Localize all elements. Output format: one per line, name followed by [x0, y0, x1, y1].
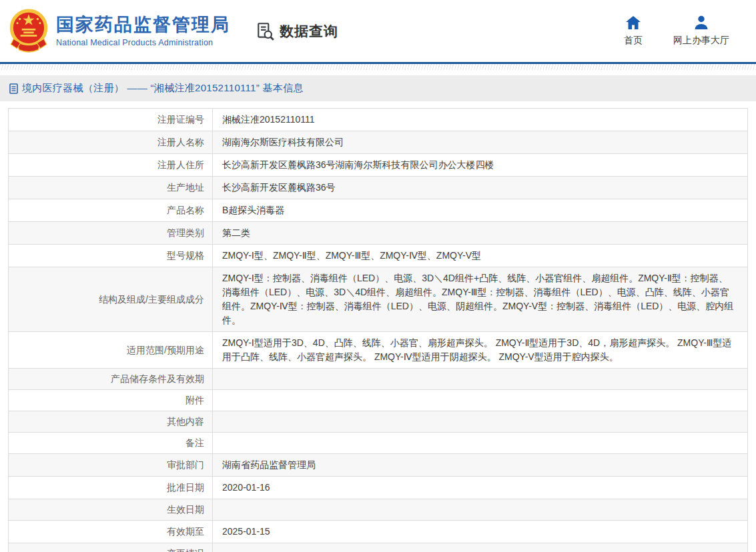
document-icon: [9, 83, 19, 94]
table-row: 注册人名称湖南海尔斯医疗科技有限公司: [9, 131, 748, 154]
row-label: 批准日期: [9, 477, 213, 499]
table-row: 批准日期2020-01-16: [9, 477, 748, 499]
row-value: [213, 433, 748, 454]
row-label: 生产地址: [9, 177, 213, 199]
page: 国家药品监督管理局 National Medical Products Admi…: [0, 0, 756, 552]
table-row: 有效期至2025-01-15: [9, 521, 748, 543]
table-row: 结构及组成/主要组成成分ZMQY-Ⅰ型：控制器、消毒组件（LED）、电源、3D＼…: [9, 267, 748, 332]
table-row: 生效日期: [9, 499, 748, 521]
nav-service-hall[interactable]: 网上办事大厅: [673, 15, 729, 47]
row-label: 附件: [9, 390, 213, 411]
row-value: 长沙高新开发区麓枫路36号: [213, 177, 748, 199]
row-label: 适用范围/预期用途: [9, 332, 213, 369]
org-name-zh: 国家药品监督管理局: [56, 15, 230, 35]
row-label: 产品储存条件及有效期: [9, 369, 213, 390]
national-emblem-icon: [7, 7, 51, 55]
document-search-icon: [256, 21, 276, 41]
header-nav: 首页 网上办事大厅: [624, 15, 737, 47]
table-row: 产品名称B超探头消毒器: [9, 199, 748, 222]
row-value: ZMQY-Ⅰ型适用于3D、4D、凸阵、线阵、小器官、扇形超声探头。 ZMQY-Ⅱ…: [213, 332, 748, 369]
row-value: 湖南海尔斯医疗科技有限公司: [213, 131, 748, 154]
row-label: 产品名称: [9, 199, 213, 222]
table-row: 审批部门湖南省药品监督管理局: [9, 454, 748, 477]
table-row: 注册人住所长沙高新开发区麓枫路36号湖南海尔斯科技有限公司办公大楼四楼: [9, 154, 748, 177]
row-value: 2025-01-15: [213, 521, 748, 543]
table-row: 其他内容: [9, 411, 748, 433]
registration-table-body: 注册证编号湘械注准20152110111注册人名称湖南海尔斯医疗科技有限公司注册…: [9, 109, 748, 552]
table-row: 附件: [9, 390, 748, 411]
table-row: 备注: [9, 433, 748, 454]
row-value: ZMQY-Ⅰ型：控制器、消毒组件（LED）、电源、3D＼4D组件+凸阵、线阵、小…: [213, 267, 748, 332]
row-value: B超探头消毒器: [213, 199, 748, 222]
row-label: 结构及组成/主要组成成分: [9, 267, 213, 332]
nav-home-label: 首页: [624, 35, 643, 47]
row-label: 变更情况: [9, 543, 213, 552]
row-label: 注册人名称: [9, 131, 213, 154]
row-label: 型号规格: [9, 245, 213, 267]
row-value: [213, 543, 748, 552]
table-row: 变更情况: [9, 543, 748, 552]
row-label: 备注: [9, 433, 213, 454]
row-label: 注册证编号: [9, 109, 213, 131]
row-value: ZMQY-Ⅰ型、ZMQY-Ⅱ型、ZMQY-Ⅲ型、ZMQY-Ⅳ型、ZMQY-V型: [213, 245, 748, 267]
row-value: [213, 390, 748, 411]
data-query-heading[interactable]: 数据查询: [256, 21, 338, 41]
table-row: 型号规格ZMQY-Ⅰ型、ZMQY-Ⅱ型、ZMQY-Ⅲ型、ZMQY-Ⅳ型、ZMQY…: [9, 245, 748, 267]
row-label: 审批部门: [9, 454, 213, 477]
nav-home[interactable]: 首页: [624, 15, 643, 47]
nmpa-logo-link[interactable]: 国家药品监督管理局 National Medical Products Admi…: [7, 7, 230, 55]
site-header: 国家药品监督管理局 National Medical Products Admi…: [0, 0, 756, 62]
table-row: 生产地址长沙高新开发区麓枫路36号: [9, 177, 748, 199]
table-wrap: 注册证编号湘械注准20152110111注册人名称湖南海尔斯医疗科技有限公司注册…: [8, 108, 748, 552]
table-row: 适用范围/预期用途ZMQY-Ⅰ型适用于3D、4D、凸阵、线阵、小器官、扇形超声探…: [9, 332, 748, 369]
registration-info-table: 注册证编号湘械注准20152110111注册人名称湖南海尔斯医疗科技有限公司注册…: [8, 108, 748, 552]
section-label: 数据查询: [280, 22, 338, 41]
brand-text: 国家药品监督管理局 National Medical Products Admi…: [56, 15, 230, 47]
table-row: 管理类别第二类: [9, 222, 748, 245]
row-value: [213, 499, 748, 521]
row-value: 湘械注准20152110111: [213, 109, 748, 131]
row-label: 其他内容: [9, 411, 213, 433]
breadcrumb-bar: 境内医疗器械（注册） —— “湘械注准20152110111” 基本信息: [0, 75, 756, 101]
row-label: 生效日期: [9, 499, 213, 521]
table-row: 产品储存条件及有效期: [9, 369, 748, 390]
table-row: 注册证编号湘械注准20152110111: [9, 109, 748, 131]
person-icon: [693, 15, 709, 30]
row-value: 2020-01-16: [213, 477, 748, 499]
row-label: 管理类别: [9, 222, 213, 245]
row-value: 第二类: [213, 222, 748, 245]
page-title: 境内医疗器械（注册） —— “湘械注准20152110111” 基本信息: [22, 82, 304, 95]
hatch-strip: [0, 64, 756, 70]
row-label: 有效期至: [9, 521, 213, 543]
row-value: [213, 369, 748, 390]
org-name-en: National Medical Products Administration: [56, 38, 230, 47]
row-value: 湖南省药品监督管理局: [213, 454, 748, 477]
row-label: 注册人住所: [9, 154, 213, 177]
home-icon: [625, 15, 641, 30]
row-value: [213, 411, 748, 433]
row-value: 长沙高新开发区麓枫路36号湖南海尔斯科技有限公司办公大楼四楼: [213, 154, 748, 177]
nav-service-hall-label: 网上办事大厅: [673, 35, 729, 47]
